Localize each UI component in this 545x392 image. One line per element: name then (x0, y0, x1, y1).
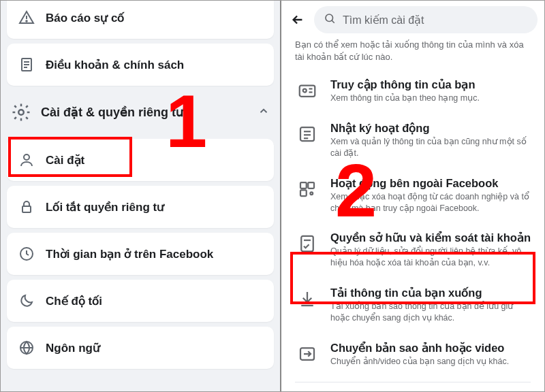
svg-point-6 (18, 110, 24, 115)
menu-label: Điều khoản & chính sách (46, 58, 184, 72)
settings-menu-panel: Báo cáo sự cố Điều khoản & chính sách Cà… (1, 1, 281, 391)
svg-rect-21 (308, 182, 314, 189)
item-desc: Tải xuống bản sao thông tin của bạn để l… (330, 301, 531, 324)
menu-label: Báo cáo sự cố (46, 11, 125, 25)
menu-label: Ngôn ngữ (46, 341, 100, 355)
download-icon (295, 287, 320, 311)
menu-item-language[interactable]: Ngôn ngữ (7, 327, 274, 369)
svg-point-7 (24, 154, 29, 160)
item-title: Tải thông tin của bạn xuống (330, 287, 531, 299)
menu-item-settings[interactable]: Cài đặt (7, 139, 274, 181)
detail-header: Tìm kiếm cài đặt (281, 1, 544, 39)
card-language: Ngôn ngữ (7, 327, 274, 369)
document-icon (17, 55, 36, 74)
section-intro: Bạn có thể xem hoặc tải xuống thông tin … (281, 39, 544, 69)
menu-label: Thời gian bạn ở trên Facebook (46, 247, 213, 261)
item-desc: Chuyển ảnh/video của bạn sang dịch vụ kh… (330, 356, 531, 368)
svg-rect-24 (301, 236, 313, 252)
menu-label: Cài đặt (46, 153, 84, 167)
clock-icon (17, 244, 36, 263)
card-privacy-shortcut: Lối tắt quyền riêng tư (7, 186, 274, 228)
back-button[interactable] (288, 10, 307, 29)
svg-point-13 (303, 89, 307, 93)
warning-icon (17, 8, 36, 27)
card-report: Báo cáo sự cố (7, 1, 274, 39)
item-title: Hoạt động bên ngoài Facebook (330, 177, 531, 190)
svg-rect-8 (22, 206, 31, 212)
card-dark-mode: Chế độ tối (7, 280, 274, 322)
search-placeholder: Tìm kiếm cài đặt (343, 14, 424, 27)
svg-rect-22 (300, 190, 307, 196)
search-icon (324, 12, 336, 27)
item-access-info[interactable]: Truy cập thông tin của bạn Xem thông tin… (281, 69, 544, 113)
chevron-up-icon (258, 105, 270, 120)
ads-section-title: Quảng cáo (281, 382, 544, 391)
card-terms: Điều khoản & chính sách (7, 44, 274, 86)
list-icon (295, 122, 320, 146)
menu-item-dark-mode[interactable]: Chế độ tối (7, 280, 274, 322)
item-download-info[interactable]: Tải thông tin của bạn xuống Tải xuống bả… (281, 278, 544, 333)
menu-item-privacy-shortcut[interactable]: Lối tắt quyền riêng tư (7, 186, 274, 228)
item-transfer[interactable]: Chuyển bản sao ảnh hoặc video Chuyển ảnh… (281, 333, 544, 376)
menu-item-time-on-fb[interactable]: Thời gian bạn ở trên Facebook (7, 233, 274, 275)
section-label: Cài đặt & quyền riêng tư (41, 105, 183, 120)
menu-label: Chế độ tối (46, 294, 102, 308)
menu-item-report[interactable]: Báo cáo sự cố (7, 1, 274, 39)
lock-icon (17, 197, 36, 216)
card-settings: Cài đặt (7, 139, 274, 181)
menu-item-terms[interactable]: Điều khoản & chính sách (7, 44, 274, 86)
item-desc: Xem và quản lý thông tin của bạn cũng nh… (330, 136, 531, 159)
item-ownership[interactable]: Quyền sở hữu và kiểm soát tài khoản Quản… (281, 223, 544, 278)
item-title: Nhật ký hoạt động (330, 122, 531, 135)
svg-point-23 (310, 192, 313, 195)
item-activity-log[interactable]: Nhật ký hoạt động Xem và quản lý thông t… (281, 113, 544, 168)
id-card-icon (295, 78, 320, 103)
svg-rect-12 (300, 86, 315, 97)
item-desc: Quản lý dữ liệu, sửa đổi người liên hệ t… (330, 246, 531, 269)
search-input[interactable]: Tìm kiếm cài đặt (314, 6, 538, 33)
section-settings-privacy[interactable]: Cài đặt & quyền riêng tư (1, 91, 280, 134)
settings-detail-panel: Tìm kiếm cài đặt Bạn có thể xem hoặc tải… (281, 1, 544, 391)
svg-rect-20 (300, 182, 307, 189)
card-time-on-fb: Thời gian bạn ở trên Facebook (7, 233, 274, 275)
item-title: Quyền sở hữu và kiểm soát tài khoản (330, 231, 531, 244)
item-desc: Xem hoặc xóa hoạt động từ các doanh nghi… (330, 191, 531, 214)
document-check-icon (295, 231, 320, 256)
svg-point-11 (326, 14, 333, 22)
svg-point-1 (26, 20, 27, 22)
item-title: Truy cập thông tin của bạn (330, 78, 531, 91)
globe-icon (17, 338, 36, 357)
transfer-icon (295, 342, 320, 366)
item-title: Chuyển bản sao ảnh hoặc video (330, 342, 531, 355)
gear-icon (11, 102, 31, 122)
app-grid-icon (295, 177, 320, 201)
avatar-gear-icon (17, 150, 36, 169)
moon-icon (17, 291, 36, 310)
item-desc: Xem thông tin của bạn theo hạng mục. (330, 93, 531, 104)
menu-label: Lối tắt quyền riêng tư (46, 200, 164, 214)
item-off-fb[interactable]: Hoạt động bên ngoài Facebook Xem hoặc xó… (281, 168, 544, 223)
